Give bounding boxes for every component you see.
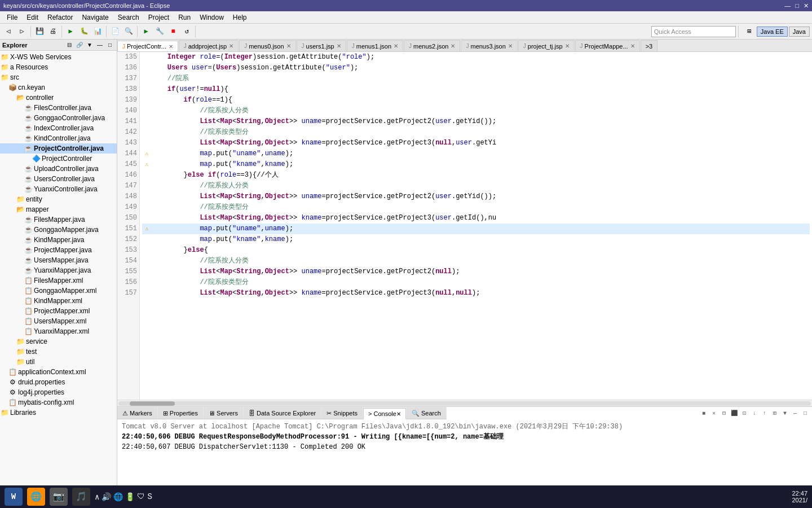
toolbar-search[interactable]: 🔍 [122,25,135,38]
toolbar-debug[interactable]: 🐛 [78,25,90,38]
tab-close-button[interactable]: ✕ [451,43,455,49]
scrollbar-track[interactable] [118,401,811,406]
bottom-ctrl-btn-5[interactable]: ↓ [750,409,759,418]
taskbar-music[interactable]: 🎵 [72,488,90,506]
bottom-ctrl-btn-6[interactable]: ↑ [760,409,769,418]
tree-item-GonggaoController-java[interactable]: ☕GonggaoController.java [0,113,117,123]
tree-item-service[interactable]: 📁service [0,336,117,347]
taskbar-camera[interactable]: 📷 [50,488,68,506]
toolbar-forward[interactable]: ▷ [16,25,28,38]
tree-item-Libraries[interactable]: 📁Libraries [0,408,117,418]
tree-item-util[interactable]: 📁util [0,357,117,367]
bottom-ctrl-btn-3[interactable]: ⬛ [730,409,739,418]
menu-project[interactable]: Project [144,12,174,23]
maximize-panel-button[interactable]: □ [105,41,114,50]
menu-run[interactable]: Run [174,12,195,23]
tree-item-ProjectMapper-java[interactable]: ☕ProjectMapper.java [0,245,117,255]
tree-item-KindMapper-java[interactable]: ☕KindMapper.java [0,235,117,245]
menu-search[interactable]: Search [113,12,144,23]
toolbar-print[interactable]: 🖨 [47,25,59,38]
bottom-tab-search[interactable]: 🔍 Search [407,408,446,419]
menu-navigate[interactable]: Navigate [77,12,113,23]
minimize-button[interactable]: — [784,2,791,10]
tree-item-src[interactable]: 📁src [0,72,117,82]
toolbar-coverage[interactable]: 📊 [91,25,104,38]
tab-close-button[interactable]: ✕ [286,43,291,49]
tab-close-button[interactable]: ✕ [337,43,341,49]
editor-tab-ProjectContr---[interactable]: JProjectContr...✕ [117,41,178,52]
open-perspective-button[interactable]: ⊞ [743,25,756,38]
tree-item-YuanxiMapper-java[interactable]: ☕YuanxiMapper.java [0,265,117,275]
bottom-tab-properties[interactable]: ⊞ Properties [158,408,203,419]
tree-item-UsersMapper-java[interactable]: ☕UsersMapper.java [0,255,117,265]
bottom-tab-console[interactable]: > Console ✕ [363,408,406,419]
taskbar[interactable]: W 🌐 📷 🎵 ∧ 🔊 🌐 🔋 🛡 S 22:47 2021/ [0,485,812,508]
toolbar-server-debug[interactable]: 🔧 [153,25,166,38]
bottom-tab-servers[interactable]: 🖥 Servers [204,408,243,419]
menu-refactor[interactable]: Refactor [43,12,77,23]
bottom-ctrl-btn-9[interactable]: — [791,409,800,418]
tree-item-KindMapper-xml[interactable]: 📋KindMapper.xml [0,296,117,306]
tree-item-log4j-properties[interactable]: ⚙log4j.properties [0,387,117,397]
perspective-java[interactable]: Java [789,27,810,37]
toolbar-run[interactable]: ▶ [64,25,77,38]
horizontal-scrollbar[interactable] [117,400,812,406]
scrollbar-thumb[interactable] [130,401,175,406]
bottom-tab-markers[interactable]: ⚠ Markers [117,408,157,419]
bottom-ctrl-btn-10[interactable]: □ [801,409,810,418]
bottom-tab-snippets[interactable]: ✂ Snippets [321,408,363,419]
view-menu-button[interactable]: ▼ [85,41,94,50]
tab-close-button[interactable]: ✕ [508,43,513,49]
taskbar-browser[interactable]: 🌐 [27,488,45,506]
editor-tab-menus2-json[interactable]: Jmenus2.json✕ [404,40,460,51]
tree-item-FilesMapper-java[interactable]: ☕FilesMapper.java [0,214,117,225]
editor-tab-ProjectMappe---[interactable]: JProjectMappe...✕ [575,40,640,51]
tree-item-ProjectController[interactable]: 🔷ProjectController [0,154,117,164]
tree-item-test[interactable]: 📁test [0,347,117,357]
bottom-ctrl-btn-8[interactable]: ▼ [780,409,789,418]
editor-tab-menus0-json[interactable]: Jmenus0.json✕ [239,40,295,51]
bottom-ctrl-btn-1[interactable]: ✕ [709,409,718,418]
toolbar-save[interactable]: 💾 [33,25,46,38]
link-with-editor-button[interactable]: 🔗 [75,41,84,50]
bottom-tab-close-btn[interactable]: ✕ [396,411,401,417]
tree-item-a-Resources[interactable]: 📁a Resources [0,62,117,72]
taskbar-word[interactable]: W [5,488,23,506]
collapse-all-button[interactable]: ⊟ [65,41,74,50]
bottom-ctrl-btn-2[interactable]: ⊟ [720,409,729,418]
tree-item-mybatis-config-xml[interactable]: 📋mybatis-config.xml [0,397,117,408]
bottom-ctrl-btn-4[interactable]: ⊡ [740,409,749,418]
editor-tab-project-tj-jsp[interactable]: Jproject_tj.jsp✕ [518,40,575,51]
editor-tab-users1-jsp[interactable]: Jusers1.jsp✕ [297,40,346,51]
editor-tab-addproject-jsp[interactable]: Jaddproject.jsp✕ [179,40,239,51]
editor-tab--3[interactable]: >3 [641,40,658,51]
toolbar-new[interactable]: 📄 [109,25,121,38]
code-editor[interactable]: 1351361371381391401411421431441451461471… [117,52,812,406]
tab-close-button[interactable]: ✕ [169,43,173,50]
toolbar-back[interactable]: ◁ [2,25,15,38]
bottom-ctrl-btn-0[interactable]: ■ [699,409,708,418]
editor-tab-menus3-json[interactable]: Jmenus3.json✕ [461,40,517,51]
toolbar-server-restart[interactable]: ↺ [180,25,193,38]
tree-item-GonggaoMapper-xml[interactable]: 📋GonggaoMapper.xml [0,286,117,296]
tree-item-ProjectController-java[interactable]: ☕ProjectController.java [0,143,117,154]
tree-item-cn-keyan[interactable]: 📦cn.keyan [0,82,117,93]
tab-close-button[interactable]: ✕ [394,43,398,49]
toolbar-server-start[interactable]: ▶ [140,25,152,38]
tree-item-GonggaoMapper-java[interactable]: ☕GonggaoMapper.java [0,225,117,235]
tree-item-FilesController-java[interactable]: ☕FilesController.java [0,103,117,113]
toolbar-server-stop[interactable]: ■ [167,25,179,38]
tree-item-YuanxiMapper-xml[interactable]: 📋YuanxiMapper.xml [0,326,117,336]
menu-window[interactable]: Window [195,12,228,23]
bottom-tab-data-source-explorer[interactable]: 🗄 Data Source Explorer [244,408,321,419]
tree-item-UploadController-java[interactable]: ☕UploadController.java [0,164,117,174]
tree-item-applicationContext-xml[interactable]: 📋applicationContext.xml [0,367,117,377]
tree-item-druid-properties[interactable]: ⚙druid.properties [0,377,117,387]
tree-item-UsersController-java[interactable]: ☕UsersController.java [0,174,117,184]
tree-item-IndexController-java[interactable]: ☕IndexController.java [0,123,117,133]
tree-item-X-WS-Web-Services[interactable]: 📁X-WS Web Services [0,52,117,62]
minimize-panel-button[interactable]: — [95,41,104,50]
close-button[interactable]: ✕ [804,2,809,10]
tree-item-ProjectMapper-xml[interactable]: 📋ProjectMapper.xml [0,306,117,316]
tree-item-entity[interactable]: 📁entity [0,194,117,204]
